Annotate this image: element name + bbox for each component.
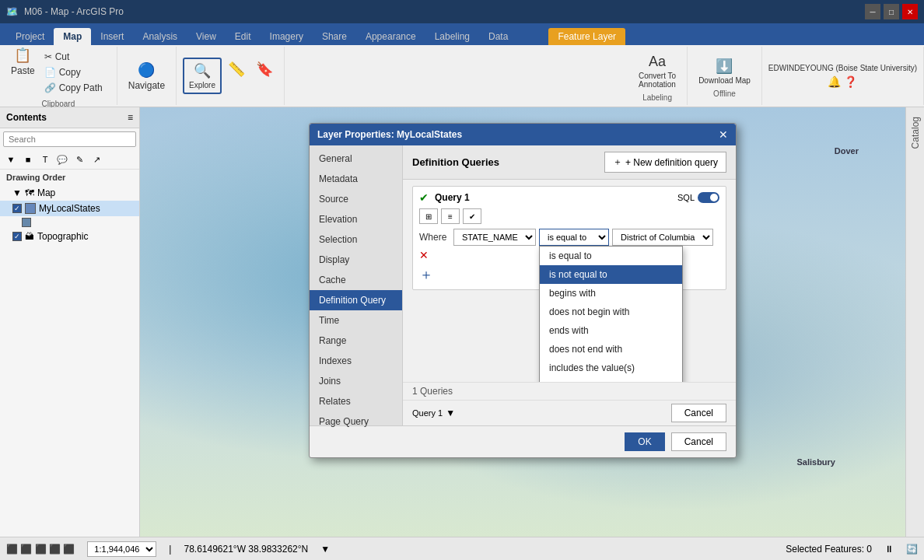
query-enabled-icon: ✔	[419, 191, 429, 204]
paste-label: Paste	[11, 65, 35, 76]
search-input[interactable]	[3, 131, 136, 147]
paste-icon: 📋	[14, 47, 31, 64]
symbol-tool[interactable]: ■	[20, 152, 36, 167]
ok-btn[interactable]: OK	[625, 432, 664, 451]
new-query-btn[interactable]: ＋ + New definition query	[604, 152, 726, 173]
select-tool[interactable]: ↗	[89, 152, 104, 167]
pause-btn[interactable]: ⏸	[884, 544, 894, 555]
field-select[interactable]: STATE_NAME	[453, 229, 536, 246]
value-select[interactable]: District of Columbia	[612, 229, 713, 246]
contents-menu-icon[interactable]: ≡	[128, 112, 133, 123]
grid-view-btn[interactable]: ⊞	[419, 208, 438, 224]
operator-select[interactable]: is equal to	[539, 229, 609, 246]
nav-indexes[interactable]: Indexes	[310, 351, 402, 371]
measure-btn[interactable]: 📏	[223, 58, 250, 94]
map-icon: 🗺	[25, 187, 34, 198]
tab-edit[interactable]: Edit	[226, 28, 261, 45]
layer-map[interactable]: ▼ 🗺 Map	[0, 185, 139, 201]
add-clause-btn[interactable]: ＋	[419, 268, 433, 282]
convert-label: Convert ToAnnotation	[639, 72, 676, 89]
list-view-btn[interactable]: ≡	[441, 208, 460, 224]
status-tools: ⬛ ⬛ ⬛ ⬛ ⬛	[6, 544, 75, 555]
inner-cancel-btn[interactable]: Cancel	[671, 404, 726, 422]
navigate-btn[interactable]: 🔵 Navigate	[124, 58, 170, 94]
query-1-footer-label: Query 1 ▼	[412, 404, 455, 422]
op-not-includes[interactable]: does not include the value(s)	[540, 377, 682, 382]
catalog-label[interactable]: Catalog	[907, 114, 924, 152]
remove-clause-btn[interactable]: ✕	[419, 249, 429, 261]
operator-dropdown[interactable]: is equal to is not equal to begins with …	[539, 246, 683, 382]
nav-metadata[interactable]: Metadata	[310, 169, 402, 189]
tab-data[interactable]: Data	[479, 28, 517, 45]
nav-source[interactable]: Source	[310, 189, 402, 209]
download-icon: ⬇️	[716, 58, 733, 75]
nav-page-query[interactable]: Page Query	[310, 411, 402, 432]
tab-feature-layer[interactable]: Feature Layer	[548, 28, 625, 45]
tab-analysis[interactable]: Analysis	[133, 28, 187, 45]
copy-path-btn[interactable]: 🔗 Copy Path	[41, 81, 106, 95]
layer-topo-label: Topographic	[37, 231, 88, 242]
tab-map[interactable]: Map	[54, 28, 91, 45]
cut-btn[interactable]: ✂ Cut	[41, 50, 106, 64]
contents-toolbar: ▼ ■ T 💬 ✎ ↗	[0, 150, 139, 170]
ribbon-tabs: Project Map Insert Analysis View Edit Im…	[0, 23, 924, 45]
refresh-btn[interactable]: 🔄	[906, 544, 918, 555]
tab-labeling[interactable]: Labeling	[425, 28, 479, 45]
map-area[interactable]: Dover Salisbury California Layer Propert…	[140, 107, 905, 537]
layer-topo-check[interactable]: ✓	[12, 232, 22, 241]
convert-annotation-btn[interactable]: Aa Convert ToAnnotation	[634, 51, 681, 92]
edit-tool[interactable]: ✎	[72, 152, 87, 167]
label-tool[interactable]: T	[37, 152, 53, 167]
layer-mylocal[interactable]: ✓ MyLocalStates	[0, 201, 139, 216]
tab-view[interactable]: View	[187, 28, 226, 45]
tab-share[interactable]: Share	[313, 28, 356, 45]
maximize-btn[interactable]: □	[884, 4, 899, 19]
tab-insert[interactable]: Insert	[91, 28, 133, 45]
minimize-btn[interactable]: ─	[865, 4, 880, 19]
op-ends-with[interactable]: ends with	[540, 321, 682, 340]
nav-general[interactable]: General	[310, 149, 402, 169]
filter-icon: ▼	[446, 408, 455, 418]
nav-time[interactable]: Time	[310, 310, 402, 331]
inner-footer: Query 1 ▼ Cancel	[403, 400, 736, 425]
nav-display[interactable]: Display	[310, 250, 402, 270]
popup-tool[interactable]: 💬	[54, 152, 70, 167]
download-map-btn[interactable]: ⬇️ Download Map	[694, 54, 755, 88]
nav-cache[interactable]: Cache	[310, 270, 402, 290]
op-is-equal[interactable]: is equal to	[540, 247, 682, 265]
paste-btn[interactable]: 📋 Paste ✂ Cut 📄 Copy 🔗 Copy Path	[6, 44, 110, 98]
explore-btn[interactable]: 🔍 Explore	[183, 58, 222, 94]
nav-range[interactable]: Range	[310, 331, 402, 351]
tab-project[interactable]: Project	[6, 28, 54, 45]
nav-joins[interactable]: Joins	[310, 371, 402, 391]
bookmarks-btn[interactable]: 🔖	[251, 58, 278, 94]
copy-btn[interactable]: 📄 Copy	[41, 65, 106, 79]
nav-selection[interactable]: Selection	[310, 229, 402, 250]
nav-definition-query[interactable]: Definition Query	[310, 290, 402, 310]
labeling-label: Labeling	[642, 93, 672, 102]
tab-imagery[interactable]: Imagery	[261, 28, 313, 45]
validate-btn[interactable]: ✔	[463, 208, 481, 224]
tab-appearance[interactable]: Appearance	[356, 28, 425, 45]
op-is-not-equal[interactable]: is not equal to	[540, 265, 682, 284]
cancel-btn[interactable]: Cancel	[671, 432, 726, 451]
close-btn[interactable]: ✕	[902, 4, 918, 19]
notifications-btn[interactable]: 🔔	[828, 75, 841, 88]
coord-dropdown[interactable]: ▼	[320, 544, 330, 555]
sql-toggle[interactable]	[698, 192, 719, 203]
layer-mylocal-check[interactable]: ✓	[12, 204, 22, 213]
op-not-begin[interactable]: does not begin with	[540, 303, 682, 321]
op-not-end[interactable]: does not end with	[540, 340, 682, 359]
op-begins-with[interactable]: begins with	[540, 284, 682, 303]
filter-tool[interactable]: ▼	[3, 152, 19, 167]
nav-relates[interactable]: Relates	[310, 391, 402, 411]
help-btn[interactable]: ❓	[844, 75, 857, 88]
op-includes[interactable]: includes the value(s)	[540, 359, 682, 377]
dialog-close-btn[interactable]: ✕	[719, 128, 728, 141]
dialog-title-bar: Layer Properties: MyLocalStates ✕	[310, 124, 736, 145]
nav-elevation[interactable]: Elevation	[310, 209, 402, 229]
scale-select[interactable]: 1:1,944,046	[87, 541, 156, 557]
copy-path-label: Copy Path	[59, 82, 103, 93]
annotation-icon: Aa	[649, 54, 666, 70]
layer-topo[interactable]: ✓ 🏔 Topographic	[0, 229, 139, 244]
